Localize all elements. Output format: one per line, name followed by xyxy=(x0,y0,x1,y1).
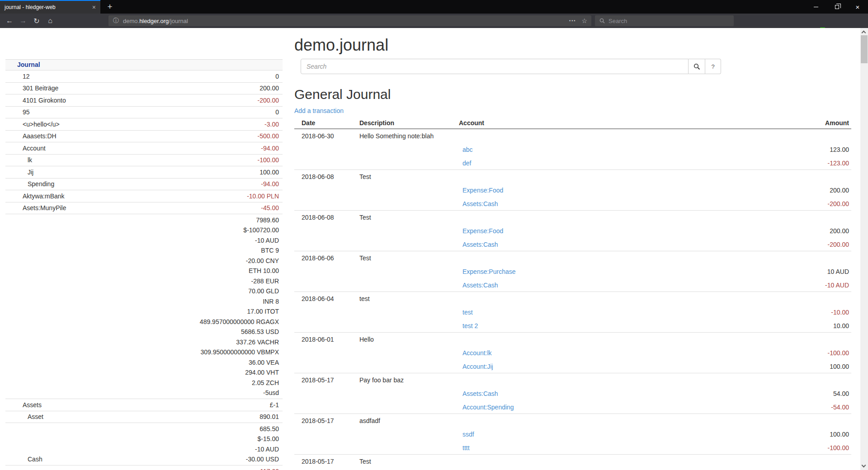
sidebar-account-name[interactable]: Aaasets:DH xyxy=(5,131,258,141)
sidebar-amount: -94.00 xyxy=(261,179,279,189)
transaction-description: Hello Something note:blah xyxy=(359,129,434,143)
posting-account-link[interactable]: test 2 xyxy=(462,322,478,329)
forward-icon: → xyxy=(19,17,27,25)
posting-account-link[interactable]: Account:Jij xyxy=(462,363,493,370)
search-help-button[interactable]: ? xyxy=(705,59,721,74)
posting-account-link[interactable]: Assets:Cash xyxy=(462,200,498,207)
posting-account-link[interactable]: Assets:Cash xyxy=(462,241,498,248)
posting-account: Account:Spending xyxy=(462,400,514,414)
posting-line: tttt-100.00 xyxy=(294,441,851,455)
journal-table-header: Date Description Account Amount xyxy=(294,117,851,129)
sidebar-account-name[interactable]: Spending xyxy=(5,179,261,189)
reload-button[interactable]: ↻ xyxy=(30,14,43,28)
transaction-row: 2018-06-04testtest-10.00test 210.00 xyxy=(294,292,851,333)
transaction-description: Pay foo bar baz xyxy=(359,373,404,387)
posting-account-link[interactable]: ssdf xyxy=(462,431,474,438)
sidebar-amount: 309.950000000000 VBMPX xyxy=(200,347,279,357)
transaction-row: 2018-05-17asdfadfssdf100.00tttt-100.00 xyxy=(294,414,851,455)
posting-amount: -123.00 xyxy=(828,156,849,170)
posting-line: def-123.00 xyxy=(294,156,851,170)
site-info-icon[interactable]: ⓘ xyxy=(113,17,119,25)
sidebar-account-name[interactable]: Aktywa:mBank xyxy=(5,191,247,202)
posting-line: abc123.00 xyxy=(294,143,851,156)
sidebar-account-name[interactable]: Asets:MunyPile xyxy=(5,203,261,213)
sidebar-account-name[interactable]: 12 xyxy=(5,71,275,82)
page-actions-icon[interactable]: ••• xyxy=(569,19,576,23)
transaction-title-line: 2018-06-04test xyxy=(294,292,851,306)
journal-search-input[interactable] xyxy=(301,59,689,74)
header-account: Account xyxy=(459,118,484,127)
sidebar-account-balance: -10.00 PLN xyxy=(247,191,283,202)
sidebar-account-name[interactable]: <u>hello</u> xyxy=(5,119,264,130)
sidebar-account-name[interactable]: Cash xyxy=(5,454,246,465)
search-magnifier-icon xyxy=(693,63,700,70)
posting-account-link[interactable]: Assets:Cash xyxy=(462,390,498,397)
vertical-scrollbar[interactable] xyxy=(860,28,868,470)
posting-account-link[interactable]: test xyxy=(462,309,473,316)
browser-titlebar: journal - hledger-web × + × xyxy=(0,0,868,14)
sidebar-account-row: 120 xyxy=(5,70,283,82)
posting-amount: -54.00 xyxy=(831,400,849,414)
posting-account-link[interactable]: abc xyxy=(462,146,473,153)
sidebar-account-name[interactable]: 95 xyxy=(5,107,275,118)
sidebar-account-row: 7989.60$-100720.00-10 AUDBTC 9-20.00 CNY… xyxy=(5,214,283,399)
back-button[interactable]: ← xyxy=(3,14,16,28)
posting-line: ssdf100.00 xyxy=(294,428,851,441)
add-transaction-link[interactable]: Add a transaction xyxy=(294,107,344,115)
posting-account-link[interactable]: Expense:Purchase xyxy=(462,268,516,275)
sidebar-amount: BTC 9 xyxy=(200,245,279,256)
posting-line: Expense:Food200.00 xyxy=(294,183,851,197)
home-button[interactable]: ⌂ xyxy=(43,14,57,28)
transaction-date: 2018-05-17 xyxy=(302,373,334,387)
new-tab-button[interactable]: + xyxy=(103,1,117,14)
window-minimize-button[interactable] xyxy=(806,0,826,14)
sidebar-account-name[interactable]: Jij xyxy=(5,167,259,178)
main-content: demo.journal ? General Journal Add a tra… xyxy=(294,28,851,470)
header-description: Description xyxy=(359,118,394,127)
sidebar-account-name[interactable]: 4101 Girokonto xyxy=(5,95,258,106)
window-restore-button[interactable] xyxy=(826,0,847,14)
sidebar-account-name[interactable]: lk xyxy=(5,155,258,165)
sidebar-account-name[interactable]: 301 Beiträge xyxy=(5,83,259,94)
url-bar[interactable]: ⓘ demo.hledger.org/journal ••• ☆ xyxy=(108,15,591,26)
posting-account-link[interactable]: Assets:Cash xyxy=(462,282,498,289)
scrollbar-thumb[interactable] xyxy=(861,35,868,63)
journal-heading: General Journal xyxy=(294,87,851,102)
posting-line: Assets:Cash-10 AUD xyxy=(294,278,851,292)
sidebar-amount: -117.00 xyxy=(258,466,279,470)
sidebar-account-name[interactable]: Asset xyxy=(5,412,259,422)
browser-tab[interactable]: journal - hledger-web × xyxy=(0,0,100,14)
posting-amount: 10 AUD xyxy=(827,265,849,278)
sidebar-amount: 337.26 VACHR xyxy=(200,337,279,348)
sidebar-amount: -45.00 xyxy=(261,203,279,213)
posting-line: test 210.00 xyxy=(294,319,851,333)
transaction-description: Test xyxy=(359,455,371,468)
transaction-date: 2018-06-08 xyxy=(302,170,334,183)
sidebar-account-balance: 685.50$-15.00-10 AUD-30.00 USD xyxy=(246,424,283,465)
sidebar-amount: 2.05 ZCH xyxy=(200,378,279,388)
posting-account-link[interactable]: Expense:Food xyxy=(462,187,503,194)
posting-account: ssdf xyxy=(462,428,474,441)
journal-search-button[interactable] xyxy=(689,59,705,74)
sidebar-journal-header[interactable]: Journal xyxy=(5,59,283,70)
posting-account-link[interactable]: Account:Spending xyxy=(462,404,514,411)
sidebar-account-balance: -45.00 xyxy=(261,203,283,213)
sidebar-account-name[interactable]: Assets xyxy=(5,400,270,410)
posting-account-link[interactable]: def xyxy=(462,160,471,167)
scroll-down-icon[interactable] xyxy=(862,463,866,468)
browser-search-box[interactable]: Search xyxy=(595,15,734,26)
bookmark-star-icon[interactable]: ☆ xyxy=(581,17,587,24)
forward-button[interactable]: → xyxy=(16,14,30,28)
tab-close-icon[interactable]: × xyxy=(88,4,100,11)
sidebar-account-row: <u>hello</u>-3.00 xyxy=(5,118,283,130)
url-path: /journal xyxy=(169,18,188,24)
posting-account-link[interactable]: tttt xyxy=(462,444,470,451)
posting-account-link[interactable]: Account:lk xyxy=(462,349,492,357)
sidebar-account-name[interactable]: Account xyxy=(5,143,261,154)
scroll-up-icon[interactable] xyxy=(862,31,866,35)
sidebar-account-row: -117.00 xyxy=(5,465,283,470)
posting-account-link[interactable]: Expense:Food xyxy=(462,227,503,235)
search-icon xyxy=(599,18,605,24)
window-close-button[interactable]: × xyxy=(847,0,868,14)
sidebar-account-balance: 100.00 xyxy=(259,167,283,178)
